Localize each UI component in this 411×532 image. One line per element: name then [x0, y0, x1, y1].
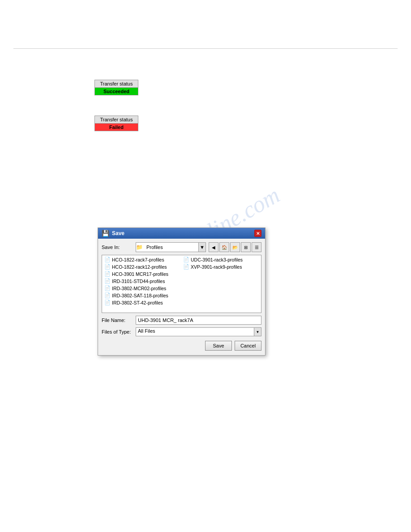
list-item[interactable]: 📄 HCO-1822-rack12-profiles [103, 263, 181, 270]
file-icon: 📄 [104, 292, 111, 298]
file-icon: 📄 [104, 271, 111, 277]
file-icon: 📄 [104, 257, 111, 262]
filename-row: File Name: [102, 316, 261, 325]
save-in-folder-name: Profiles [145, 244, 198, 250]
transfer-status-failed-value: Failed [95, 124, 138, 131]
back-button[interactable]: ◀ [209, 242, 218, 252]
save-button[interactable]: Save [205, 341, 232, 351]
save-dialog: 💾 Save ✕ Save In: 📁 Profiles ▼ ◀ 🏠 📂 ⊞ ☰ [98, 227, 265, 356]
up-button[interactable]: 🏠 [219, 242, 229, 252]
transfer-status-failed-label: Transfer status [95, 116, 138, 124]
list-item[interactable]: 📄 IRD-3802-MCR02-profiles [103, 285, 260, 292]
list-item[interactable]: 📄 XVP-3901-rack9-profiles [182, 263, 260, 270]
dialog-titlebar: 💾 Save ✕ [98, 228, 265, 239]
transfer-status-failed: Transfer status Failed [94, 116, 138, 131]
list-item[interactable]: 📄 IRD-3101-STD44-profiles [103, 278, 260, 284]
filename-label: File Name: [102, 317, 133, 323]
transfer-status-succeeded-value: Succeeded [95, 88, 138, 95]
dialog-close-button[interactable]: ✕ [254, 230, 261, 237]
file-icon: 📄 [104, 300, 111, 305]
save-in-dropdown[interactable]: 📁 Profiles ▼ [136, 242, 206, 252]
save-in-arrow[interactable]: ▼ [198, 243, 206, 252]
transfer-status-succeeded: Transfer status Succeeded [94, 80, 138, 95]
top-divider [13, 48, 398, 49]
file-icon: 📄 [104, 264, 111, 270]
dialog-buttons-row: Save Cancel [102, 339, 261, 352]
list-view-button[interactable]: ⊞ [241, 242, 251, 252]
dialog-title-text: Save [112, 230, 124, 236]
file-icon: 📄 [183, 264, 189, 270]
toolbar-buttons: ◀ 🏠 📂 ⊞ ☰ [209, 242, 261, 252]
file-icon: 📄 [183, 257, 189, 262]
filename: IRD-3802-SAT-118-profiles [112, 293, 168, 298]
filename: HCO-1822-rack7-profiles [112, 257, 164, 262]
filename: IRD-3802-MCR02-profiles [112, 286, 166, 291]
filename: HCO-1822-rack12-profiles [112, 264, 167, 270]
filetype-row: Files of Type: All Files ▼ [102, 327, 261, 336]
details-view-button[interactable]: ☰ [252, 242, 261, 252]
filetype-select[interactable]: All Files ▼ [136, 327, 261, 336]
dialog-title-left: 💾 Save [102, 230, 124, 237]
save-in-row: Save In: 📁 Profiles ▼ ◀ 🏠 📂 ⊞ ☰ [102, 242, 261, 252]
list-item[interactable]: 📄 UDC-3901-rack3-profiles [182, 256, 260, 263]
file-list-grid: 📄 HCO-1822-rack7-profiles 📄 UDC-3901-rac… [103, 256, 260, 306]
filetype-label: Files of Type: [102, 329, 133, 335]
save-dialog-icon: 💾 [102, 230, 109, 237]
filename: UDC-3901-rack3-profiles [191, 257, 243, 262]
filename: XVP-3901-rack9-profiles [191, 264, 242, 270]
file-icon: 📄 [104, 278, 111, 284]
save-in-label: Save In: [102, 245, 133, 250]
list-item[interactable]: 📄 IRD-3802-SAT-118-profiles [103, 292, 260, 299]
list-item[interactable]: 📄 HCO-1822-rack7-profiles [103, 256, 181, 263]
filetype-value: All Files [136, 328, 254, 336]
dialog-body: Save In: 📁 Profiles ▼ ◀ 🏠 📂 ⊞ ☰ 📄 HCO-18… [98, 239, 265, 355]
cancel-button[interactable]: Cancel [235, 341, 261, 351]
folder-icon: 📁 [136, 244, 143, 250]
transfer-status-succeeded-label: Transfer status [95, 80, 138, 88]
filename: IRD-3101-STD44-profiles [112, 279, 165, 284]
filename: HCO-3901 MCR17-profiles [112, 271, 168, 277]
list-item[interactable]: 📄 IRD-3802-ST-42-profiles [103, 299, 260, 306]
new-folder-button[interactable]: 📂 [230, 242, 240, 252]
filename: IRD-3802-ST-42-profiles [112, 300, 163, 305]
filetype-arrow[interactable]: ▼ [254, 328, 261, 336]
file-list-area[interactable]: 📄 HCO-1822-rack7-profiles 📄 UDC-3901-rac… [102, 255, 261, 313]
file-icon: 📄 [104, 285, 111, 291]
list-item[interactable]: 📄 HCO-3901 MCR17-profiles [103, 270, 260, 277]
filename-input[interactable] [136, 316, 261, 325]
